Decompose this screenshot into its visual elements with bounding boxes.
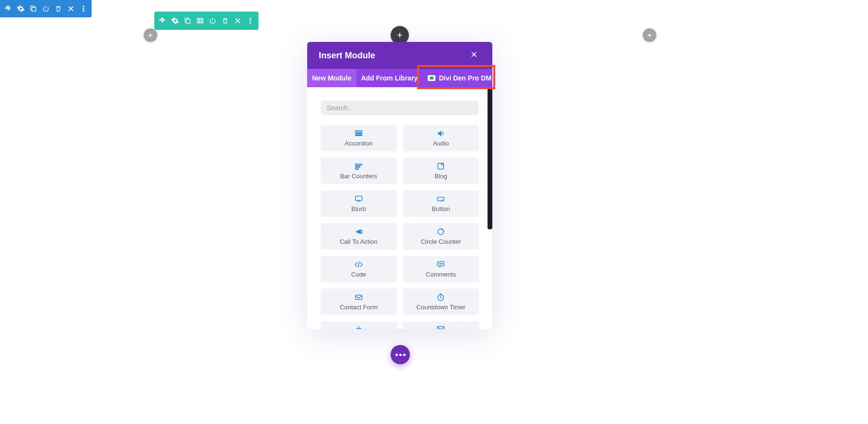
countdown-icon [436, 293, 445, 302]
module-label: Comments [426, 271, 456, 278]
module-comments[interactable]: Comments [403, 256, 479, 282]
svg-rect-21 [438, 197, 445, 201]
search-input[interactable] [321, 101, 479, 115]
module-bar-counters[interactable]: Bar Counters [321, 158, 397, 184]
columns-icon[interactable] [194, 12, 206, 30]
more-icon[interactable] [244, 12, 257, 30]
move-icon[interactable] [2, 0, 14, 17]
scrollbar[interactable] [488, 87, 492, 229]
svg-point-24 [439, 264, 440, 265]
more-icon[interactable] [77, 0, 90, 17]
comments-icon [436, 260, 445, 269]
module-countdown-timer[interactable]: Countdown Timer [403, 289, 479, 315]
svg-rect-6 [186, 19, 190, 23]
module-label: Circle Counter [421, 238, 461, 245]
module-peek[interactable] [403, 321, 479, 329]
svg-point-25 [441, 264, 442, 265]
code-icon [354, 260, 363, 269]
cta-icon [354, 227, 363, 236]
plus-icon [354, 324, 363, 329]
row-toolbar [154, 12, 258, 30]
svg-point-2 [83, 6, 84, 7]
duplicate-icon[interactable] [181, 12, 194, 30]
section-toolbar [0, 0, 92, 17]
close-icon[interactable] [231, 12, 244, 30]
svg-rect-13 [355, 131, 362, 132]
close-icon[interactable] [65, 0, 77, 17]
contactform-icon [354, 293, 363, 302]
module-label: Bar Counters [340, 172, 377, 180]
svg-rect-27 [355, 295, 362, 300]
barcounters-icon [354, 162, 363, 171]
module-label: Countdown Timer [416, 304, 465, 311]
modal-header: Insert Module [307, 42, 492, 69]
svg-point-4 [83, 10, 84, 12]
svg-rect-8 [200, 18, 201, 23]
svg-rect-14 [355, 133, 362, 134]
tab-divi-den-pro-dm[interactable]: Divi Den Pro DM [422, 69, 492, 87]
gear-icon[interactable] [169, 12, 181, 30]
mail-icon [436, 324, 445, 329]
svg-rect-17 [355, 166, 360, 167]
modal-tabs: New Module Add From Library Divi Den Pro… [307, 69, 492, 87]
insert-module-modal: Insert Module New Module Add From Librar… [307, 42, 492, 329]
module-label: Button [432, 205, 450, 212]
module-label: Blurb [352, 205, 366, 212]
module-label: Blog [434, 172, 447, 180]
svg-point-10 [250, 18, 251, 19]
svg-point-3 [83, 8, 84, 10]
module-button[interactable]: Button [403, 190, 479, 217]
ellipsis-icon [395, 354, 406, 356]
tab-label: Add From Library [361, 74, 418, 82]
module-blurb[interactable]: Blurb [321, 190, 397, 217]
module-label: Audio [433, 140, 449, 147]
module-label: Accordion [345, 140, 373, 147]
more-options-fab[interactable] [391, 345, 410, 364]
circlecounter-icon [436, 227, 445, 236]
svg-point-11 [250, 20, 251, 22]
svg-rect-18 [355, 169, 358, 170]
tab-label: New Module [312, 74, 352, 82]
tab-label: Divi Den Pro DM [439, 74, 491, 82]
close-button[interactable] [467, 48, 481, 63]
svg-rect-16 [355, 164, 362, 165]
svg-point-12 [250, 22, 251, 24]
module-peek[interactable] [321, 321, 397, 329]
module-call-to-action[interactable]: Call To Action [321, 223, 397, 250]
svg-rect-20 [355, 196, 362, 200]
module-grid: Accordion Audio Bar Counters Blog Blurb … [321, 125, 479, 329]
gear-icon[interactable] [14, 0, 27, 17]
module-contact-form[interactable]: Contact Form [321, 289, 397, 315]
trash-icon[interactable] [52, 0, 65, 17]
audio-icon [436, 129, 445, 138]
move-icon[interactable] [156, 12, 169, 30]
add-button[interactable] [643, 28, 656, 42]
module-label: Code [351, 271, 366, 278]
svg-rect-7 [197, 18, 199, 23]
module-circle-counter[interactable]: Circle Counter [403, 223, 479, 250]
blog-icon [436, 162, 445, 171]
add-button[interactable] [144, 28, 157, 42]
module-label: Call To Action [339, 238, 378, 245]
tab-new-module[interactable]: New Module [307, 69, 356, 87]
blurb-icon [354, 195, 363, 203]
module-blog[interactable]: Blog [403, 158, 479, 184]
svg-rect-1 [32, 7, 36, 11]
tab-add-from-library[interactable]: Add From Library [356, 69, 422, 87]
power-icon[interactable] [40, 0, 52, 17]
duplicate-icon[interactable] [27, 0, 40, 17]
module-code[interactable]: Code [321, 256, 397, 282]
module-label: Contact Form [339, 304, 378, 311]
module-audio[interactable]: Audio [403, 125, 479, 151]
divi-den-icon [427, 75, 436, 81]
trash-icon[interactable] [219, 12, 231, 30]
modal-title: Insert Module [319, 51, 375, 61]
svg-rect-9 [202, 18, 203, 23]
module-accordion[interactable]: Accordion [321, 125, 397, 151]
svg-point-26 [442, 264, 443, 265]
power-icon[interactable] [206, 12, 219, 30]
accordion-icon [354, 129, 363, 138]
button-icon [436, 195, 445, 203]
svg-rect-15 [355, 135, 362, 136]
modal-body: Accordion Audio Bar Counters Blog Blurb … [307, 87, 492, 329]
